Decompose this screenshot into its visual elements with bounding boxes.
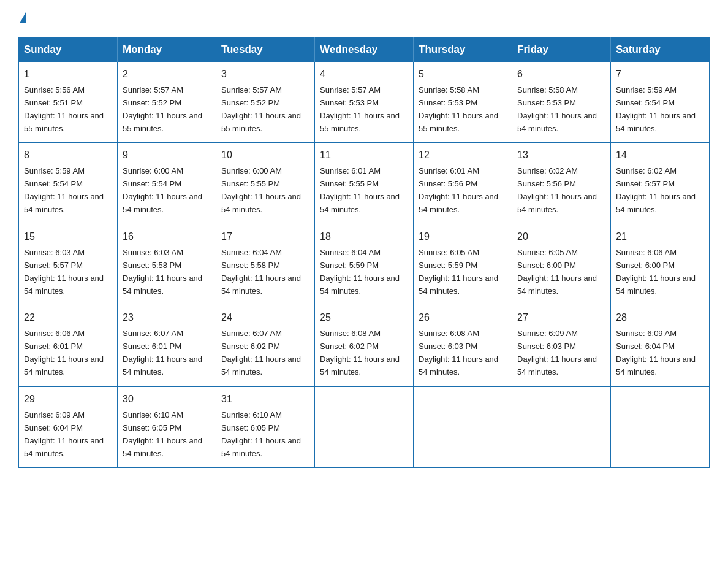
calendar-cell: 9 Sunrise: 6:00 AMSunset: 5:54 PMDayligh…	[118, 143, 216, 224]
calendar-cell: 3 Sunrise: 5:57 AMSunset: 5:52 PMDayligh…	[216, 62, 315, 143]
calendar-cell: 30 Sunrise: 6:10 AMSunset: 6:05 PMDaylig…	[118, 386, 216, 467]
day-number: 14	[616, 148, 704, 163]
day-info: Sunrise: 6:01 AMSunset: 5:55 PMDaylight:…	[320, 166, 400, 214]
day-info: Sunrise: 6:06 AMSunset: 6:00 PMDaylight:…	[616, 248, 696, 296]
day-number: 1	[24, 67, 112, 82]
calendar-cell: 23 Sunrise: 6:07 AMSunset: 6:01 PMDaylig…	[118, 305, 216, 386]
day-number: 20	[517, 229, 605, 245]
calendar-header-monday: Monday	[118, 37, 216, 63]
day-info: Sunrise: 6:04 AMSunset: 5:58 PMDaylight:…	[221, 248, 301, 296]
calendar-cell: 25 Sunrise: 6:08 AMSunset: 6:02 PMDaylig…	[315, 305, 414, 386]
day-info: Sunrise: 6:08 AMSunset: 6:02 PMDaylight:…	[320, 329, 400, 377]
calendar-cell: 20 Sunrise: 6:05 AMSunset: 6:00 PMDaylig…	[512, 224, 611, 305]
day-info: Sunrise: 6:01 AMSunset: 5:56 PMDaylight:…	[419, 166, 498, 214]
calendar-cell: 1 Sunrise: 5:56 AMSunset: 5:51 PMDayligh…	[19, 62, 118, 143]
calendar-week-row: 29 Sunrise: 6:09 AMSunset: 6:04 PMDaylig…	[19, 386, 710, 467]
day-info: Sunrise: 6:10 AMSunset: 6:05 PMDaylight:…	[123, 410, 202, 458]
day-number: 17	[221, 229, 309, 245]
calendar-cell: 28 Sunrise: 6:09 AMSunset: 6:04 PMDaylig…	[611, 305, 710, 386]
logo-triangle-icon	[20, 12, 26, 23]
day-number: 24	[221, 310, 309, 326]
day-info: Sunrise: 5:59 AMSunset: 5:54 PMDaylight:…	[616, 85, 696, 133]
calendar-header-thursday: Thursday	[414, 37, 512, 63]
day-number: 18	[320, 229, 408, 245]
calendar-cell	[414, 386, 512, 467]
calendar-cell: 29 Sunrise: 6:09 AMSunset: 6:04 PMDaylig…	[19, 386, 118, 467]
calendar-cell: 21 Sunrise: 6:06 AMSunset: 6:00 PMDaylig…	[611, 224, 710, 305]
day-number: 26	[419, 310, 507, 326]
day-number: 21	[616, 229, 704, 245]
calendar-header-friday: Friday	[512, 37, 611, 63]
day-number: 12	[419, 148, 507, 163]
page-header	[18, 15, 710, 26]
calendar-cell: 26 Sunrise: 6:08 AMSunset: 6:03 PMDaylig…	[414, 305, 512, 386]
day-info: Sunrise: 5:57 AMSunset: 5:53 PMDaylight:…	[320, 85, 400, 133]
calendar-table: SundayMondayTuesdayWednesdayThursdayFrid…	[18, 37, 710, 468]
day-info: Sunrise: 6:07 AMSunset: 6:02 PMDaylight:…	[221, 329, 301, 377]
day-info: Sunrise: 6:08 AMSunset: 6:03 PMDaylight:…	[419, 329, 498, 377]
day-number: 8	[24, 148, 112, 163]
calendar-cell: 13 Sunrise: 6:02 AMSunset: 5:56 PMDaylig…	[512, 143, 611, 224]
day-info: Sunrise: 5:59 AMSunset: 5:54 PMDaylight:…	[24, 166, 104, 214]
day-info: Sunrise: 5:56 AMSunset: 5:51 PMDaylight:…	[24, 85, 104, 133]
day-info: Sunrise: 6:09 AMSunset: 6:04 PMDaylight:…	[24, 410, 104, 458]
calendar-cell: 19 Sunrise: 6:05 AMSunset: 5:59 PMDaylig…	[414, 224, 512, 305]
day-number: 15	[24, 229, 112, 245]
day-number: 13	[517, 148, 605, 163]
calendar-cell: 24 Sunrise: 6:07 AMSunset: 6:02 PMDaylig…	[216, 305, 315, 386]
day-info: Sunrise: 6:02 AMSunset: 5:56 PMDaylight:…	[517, 166, 597, 214]
calendar-cell: 14 Sunrise: 6:02 AMSunset: 5:57 PMDaylig…	[611, 143, 710, 224]
day-info: Sunrise: 6:03 AMSunset: 5:58 PMDaylight:…	[123, 248, 202, 296]
calendar-cell: 31 Sunrise: 6:10 AMSunset: 6:05 PMDaylig…	[216, 386, 315, 467]
day-info: Sunrise: 6:05 AMSunset: 5:59 PMDaylight:…	[419, 248, 498, 296]
day-number: 9	[123, 148, 211, 163]
day-number: 2	[123, 67, 211, 82]
day-info: Sunrise: 6:00 AMSunset: 5:54 PMDaylight:…	[123, 166, 202, 214]
day-number: 22	[24, 310, 112, 326]
calendar-header-sunday: Sunday	[19, 37, 118, 63]
day-info: Sunrise: 5:57 AMSunset: 5:52 PMDaylight:…	[221, 85, 301, 133]
day-number: 19	[419, 229, 507, 245]
calendar-cell: 8 Sunrise: 5:59 AMSunset: 5:54 PMDayligh…	[19, 143, 118, 224]
calendar-cell: 7 Sunrise: 5:59 AMSunset: 5:54 PMDayligh…	[611, 62, 710, 143]
day-info: Sunrise: 6:03 AMSunset: 5:57 PMDaylight:…	[24, 248, 104, 296]
day-number: 25	[320, 310, 408, 326]
day-number: 16	[123, 229, 211, 245]
day-number: 23	[123, 310, 211, 326]
calendar-header-row: SundayMondayTuesdayWednesdayThursdayFrid…	[19, 37, 710, 63]
day-info: Sunrise: 6:04 AMSunset: 5:59 PMDaylight:…	[320, 248, 400, 296]
day-number: 3	[221, 67, 309, 82]
day-number: 6	[517, 67, 605, 82]
calendar-cell: 12 Sunrise: 6:01 AMSunset: 5:56 PMDaylig…	[414, 143, 512, 224]
calendar-cell: 16 Sunrise: 6:03 AMSunset: 5:58 PMDaylig…	[118, 224, 216, 305]
calendar-cell: 6 Sunrise: 5:58 AMSunset: 5:53 PMDayligh…	[512, 62, 611, 143]
day-number: 30	[123, 392, 211, 407]
calendar-header-tuesday: Tuesday	[216, 37, 315, 63]
day-number: 29	[24, 392, 112, 407]
day-info: Sunrise: 6:00 AMSunset: 5:55 PMDaylight:…	[221, 166, 301, 214]
day-info: Sunrise: 5:58 AMSunset: 5:53 PMDaylight:…	[419, 85, 498, 133]
calendar-cell: 17 Sunrise: 6:04 AMSunset: 5:58 PMDaylig…	[216, 224, 315, 305]
day-info: Sunrise: 6:07 AMSunset: 6:01 PMDaylight:…	[123, 329, 202, 377]
calendar-cell	[512, 386, 611, 467]
calendar-cell: 2 Sunrise: 5:57 AMSunset: 5:52 PMDayligh…	[118, 62, 216, 143]
calendar-week-row: 15 Sunrise: 6:03 AMSunset: 5:57 PMDaylig…	[19, 224, 710, 305]
day-number: 31	[221, 392, 309, 407]
calendar-cell: 4 Sunrise: 5:57 AMSunset: 5:53 PMDayligh…	[315, 62, 414, 143]
day-number: 4	[320, 67, 408, 82]
calendar-cell: 11 Sunrise: 6:01 AMSunset: 5:55 PMDaylig…	[315, 143, 414, 224]
calendar-cell: 27 Sunrise: 6:09 AMSunset: 6:03 PMDaylig…	[512, 305, 611, 386]
day-info: Sunrise: 6:09 AMSunset: 6:04 PMDaylight:…	[616, 329, 696, 377]
calendar-cell	[611, 386, 710, 467]
day-info: Sunrise: 5:58 AMSunset: 5:53 PMDaylight:…	[517, 85, 597, 133]
calendar-week-row: 1 Sunrise: 5:56 AMSunset: 5:51 PMDayligh…	[19, 62, 710, 143]
calendar-cell: 5 Sunrise: 5:58 AMSunset: 5:53 PMDayligh…	[414, 62, 512, 143]
calendar-week-row: 8 Sunrise: 5:59 AMSunset: 5:54 PMDayligh…	[19, 143, 710, 224]
day-info: Sunrise: 6:05 AMSunset: 6:00 PMDaylight:…	[517, 248, 597, 296]
day-number: 10	[221, 148, 309, 163]
logo	[18, 15, 26, 26]
calendar-cell: 15 Sunrise: 6:03 AMSunset: 5:57 PMDaylig…	[19, 224, 118, 305]
calendar-cell	[315, 386, 414, 467]
day-info: Sunrise: 6:09 AMSunset: 6:03 PMDaylight:…	[517, 329, 597, 377]
day-info: Sunrise: 6:06 AMSunset: 6:01 PMDaylight:…	[24, 329, 104, 377]
